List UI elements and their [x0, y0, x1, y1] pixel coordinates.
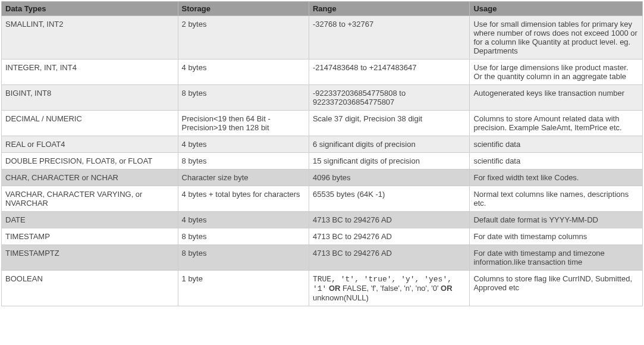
table-row: TIMESTAMP8 bytes4713 BC to 294276 ADFor … — [2, 228, 643, 245]
table-row: DOUBLE PRECISION, FLOAT8, or FLOAT8 byte… — [2, 153, 643, 170]
cell-range: 65535 bytes (64K -1) — [309, 186, 470, 212]
cell-storage: Character size byte — [178, 170, 309, 186]
cell-storage: 4 bytes — [178, 212, 309, 228]
cell-usage: For date with timestamp and timezone inf… — [470, 245, 643, 271]
cell-data-type: BIGINT, INT8 — [2, 85, 178, 111]
cell-usage: scientific data — [470, 136, 643, 153]
cell-data-type: CHAR, CHARACTER or NCHAR — [2, 170, 178, 186]
table-row: VARCHAR, CHARACTER VARYING, or NVARCHAR4… — [2, 186, 643, 212]
cell-data-type: DATE — [2, 212, 178, 228]
cell-usage: Default date format is YYYY-MM-DD — [470, 212, 643, 228]
cell-storage: 4 bytes — [178, 136, 309, 153]
cell-storage: Precision<19 then 64 Bit - Precision>19 … — [178, 111, 309, 136]
cell-storage: 8 bytes — [178, 153, 309, 170]
cell-usage: scientific data — [470, 153, 643, 170]
header-usage: Usage — [470, 2, 643, 16]
cell-data-type: SMALLINT, INT2 — [2, 16, 178, 59]
cell-range: 4713 BC to 294276 AD — [309, 212, 470, 228]
cell-range: 4096 bytes — [309, 170, 470, 186]
cell-usage: Autogenerated keys like transaction numb… — [470, 85, 643, 111]
header-data-types: Data Types — [2, 2, 178, 16]
table-row: REAL or FLOAT44 bytes6 significant digit… — [2, 136, 643, 153]
cell-usage: Columns to store flag like CurrIND, Subm… — [470, 271, 643, 306]
table-row: INTEGER, INT, INT44 bytes-2147483648 to … — [2, 59, 643, 85]
cell-usage: For date with timestamp columns — [470, 228, 643, 245]
cell-range: -2147483648 to +2147483647 — [309, 59, 470, 85]
cell-range: 6 significant digits of precision — [309, 136, 470, 153]
cell-storage: 4 bytes — [178, 59, 309, 85]
table-row: BIGINT, INT88 bytes-9223372036854775808 … — [2, 85, 643, 111]
data-types-table: Data Types Storage Range Usage SMALLINT,… — [1, 1, 643, 306]
cell-range: TRUE, 't', 'true', 'y', 'yes', '1' OR FA… — [309, 271, 470, 306]
cell-usage: For fixed width text like Codes. — [470, 170, 643, 186]
cell-storage: 8 bytes — [178, 228, 309, 245]
cell-storage: 8 bytes — [178, 245, 309, 271]
cell-usage: Use for large dimensions like product ma… — [470, 59, 643, 85]
table-row: SMALLINT, INT22 bytes-32768 to +32767Use… — [2, 16, 643, 59]
cell-storage: 2 bytes — [178, 16, 309, 59]
table-row: DATE4 bytes4713 BC to 294276 ADDefault d… — [2, 212, 643, 228]
cell-data-type: TIMESTAMP — [2, 228, 178, 245]
table-header-row: Data Types Storage Range Usage — [2, 2, 643, 16]
header-range: Range — [309, 2, 470, 16]
cell-range: 15 significant digits of precision — [309, 153, 470, 170]
cell-data-type: DECIMAL / NUMERIC — [2, 111, 178, 136]
cell-range: 4713 BC to 294276 AD — [309, 228, 470, 245]
header-storage: Storage — [178, 2, 309, 16]
cell-usage: Normal text columns like names, descript… — [470, 186, 643, 212]
table-row: CHAR, CHARACTER or NCHARCharacter size b… — [2, 170, 643, 186]
cell-data-type: TIMESTAMPTZ — [2, 245, 178, 271]
cell-range: Scale 37 digit, Precision 38 digit — [309, 111, 470, 136]
cell-range: -32768 to +32767 — [309, 16, 470, 59]
cell-data-type: INTEGER, INT, INT4 — [2, 59, 178, 85]
cell-usage: Columns to store Amount related data wit… — [470, 111, 643, 136]
cell-data-type: VARCHAR, CHARACTER VARYING, or NVARCHAR — [2, 186, 178, 212]
cell-range: -9223372036854775808 to 9223372036854775… — [309, 85, 470, 111]
cell-storage: 1 byte — [178, 271, 309, 306]
table-row: TIMESTAMPTZ8 bytes4713 BC to 294276 ADFo… — [2, 245, 643, 271]
table-row: DECIMAL / NUMERICPrecision<19 then 64 Bi… — [2, 111, 643, 136]
cell-usage: Use for small dimension tables for prima… — [470, 16, 643, 59]
cell-range: 4713 BC to 294276 AD — [309, 245, 470, 271]
table-row: BOOLEAN1 byteTRUE, 't', 'true', 'y', 'ye… — [2, 271, 643, 306]
cell-storage: 4 bytes + total bytes for characters — [178, 186, 309, 212]
cell-data-type: BOOLEAN — [2, 271, 178, 306]
cell-storage: 8 bytes — [178, 85, 309, 111]
cell-data-type: DOUBLE PRECISION, FLOAT8, or FLOAT — [2, 153, 178, 170]
cell-data-type: REAL or FLOAT4 — [2, 136, 178, 153]
